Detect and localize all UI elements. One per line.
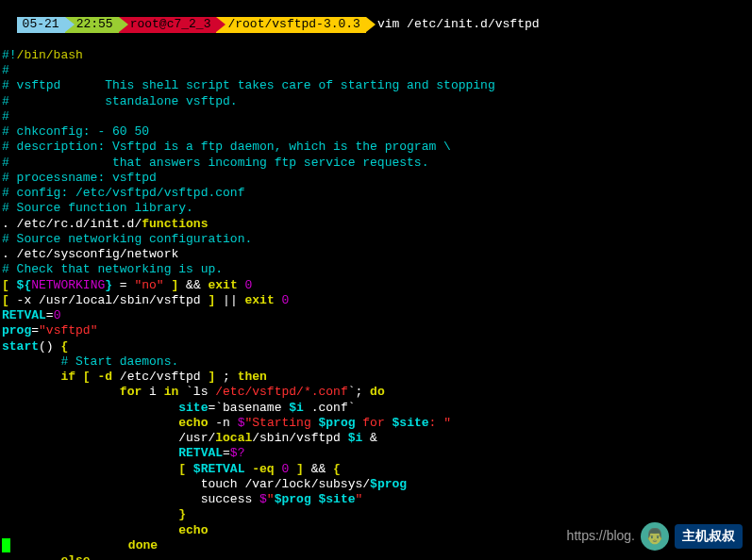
prompt-user-host: root@c7_2_3	[119, 17, 217, 32]
comment: # vsftpd This shell script takes care of…	[2, 78, 495, 92]
var-ref: $i	[348, 431, 363, 445]
bracket: [	[2, 278, 9, 292]
watermark: https://blog. 👨 主机叔叔	[567, 522, 743, 551]
var-brace: }	[105, 278, 112, 292]
var-name: RETVAL	[2, 308, 46, 322]
var-brace: ${	[9, 278, 31, 292]
keyword-if: if	[60, 370, 75, 384]
token-functions: functions	[142, 217, 208, 231]
special-var: $?	[230, 446, 245, 460]
string: "vsftpd"	[39, 323, 97, 338]
comment: # Check that networking is up.	[2, 262, 223, 276]
shell-prompt: 05-2122:55root@c7_2_3/root/vsftpd-3.0.3v…	[2, 2, 750, 33]
var-ref: $RETVAL	[193, 462, 245, 476]
string: "Starting	[244, 416, 318, 430]
bracket: [	[2, 293, 9, 307]
path-glob: /etc/vsftpd/*.conf	[215, 385, 347, 399]
string: "no"	[134, 278, 163, 292]
var-name: RETVAL	[178, 446, 223, 460]
watermark-url: https://blog.	[567, 528, 635, 545]
prompt-command[interactable]: vim /etc/init.d/vsftpd	[366, 17, 540, 31]
var-ref: $prog	[275, 492, 311, 506]
number: 0	[282, 293, 290, 307]
vim-editor-content[interactable]: #!/bin/bash # # vsftpd This shell script…	[2, 33, 750, 561]
comment: # config: /etc/vsftpd/vsftpd.conf	[2, 186, 244, 200]
number: 0	[54, 308, 61, 322]
var-name: prog	[2, 323, 31, 338]
keyword-exit: exit	[238, 293, 282, 307]
vim-cursor	[2, 538, 10, 552]
func-name: start	[2, 339, 39, 354]
shebang-hash: #!	[2, 48, 17, 62]
var-name: NETWORKING	[31, 278, 105, 292]
comment: #	[2, 109, 9, 124]
source-cmd: . /etc/rc.d/init.d/	[2, 217, 142, 231]
comment: #	[2, 63, 9, 77]
keyword-done: done	[128, 538, 158, 552]
keyword-else: else	[60, 553, 90, 560]
comment: # chkconfig: - 60 50	[2, 124, 149, 139]
shebang-path: /bin/bash	[17, 48, 83, 62]
comment: # description: Vsftpd is a ftp daemon, w…	[2, 140, 451, 154]
brace: }	[2, 507, 186, 521]
keyword-echo: echo	[178, 416, 208, 430]
watermark-avatar-icon: 👨	[641, 522, 669, 551]
number: 0	[245, 278, 253, 292]
prompt-cwd: /root/vsftpd-3.0.3	[216, 17, 365, 32]
keyword-then: then	[238, 370, 267, 384]
comment: # standalone vsftpd.	[2, 94, 238, 108]
comment: # processname: vsftpd	[2, 171, 157, 185]
keyword-in: in	[164, 385, 179, 399]
prompt-date: 05-21	[17, 17, 65, 32]
watermark-text: 主机叔叔	[675, 524, 743, 549]
comment: # that answers incoming ftp service requ…	[2, 156, 428, 170]
var-ref: $prog	[370, 477, 407, 491]
keyword-exit: exit	[201, 278, 245, 292]
var-name: site	[178, 401, 208, 415]
var-ref: $prog	[319, 416, 356, 430]
comment: # Source networking configuration.	[2, 232, 252, 246]
keyword-for: for	[120, 385, 142, 399]
comment: # Start daemons.	[2, 354, 178, 369]
keyword-echo: echo	[178, 523, 208, 537]
var-ref: $site	[393, 416, 429, 430]
source-cmd: . /etc/sysconfig/network	[2, 247, 178, 261]
var-ref: $site	[319, 492, 356, 506]
var-ref: $i	[289, 401, 304, 415]
keyword-do: do	[370, 385, 385, 399]
comment: # Source function library.	[2, 201, 193, 215]
